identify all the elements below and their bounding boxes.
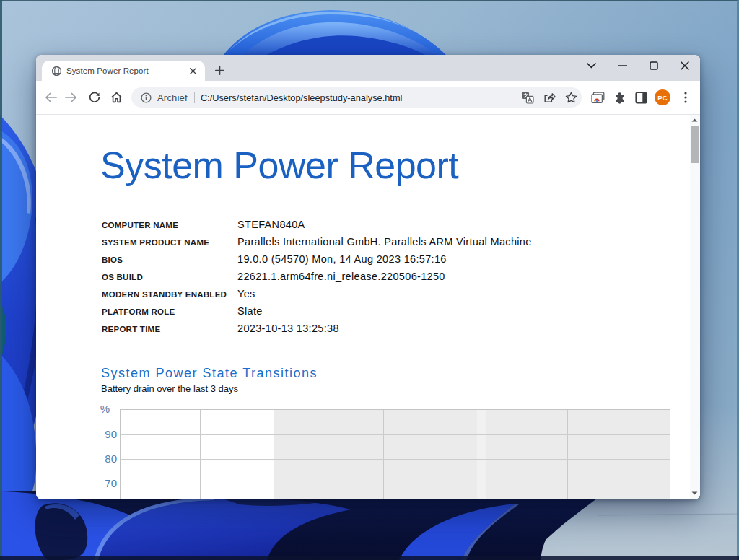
y-tick-label: 90	[81, 429, 117, 439]
chart-light-band	[477, 410, 486, 500]
chart-plot-area	[120, 409, 670, 500]
tab-close-button[interactable]	[187, 65, 198, 76]
browser-tab-strip: System Power Report	[36, 55, 700, 81]
chart-vertical-gridline	[200, 410, 201, 500]
y-tick-label: 80	[81, 453, 117, 464]
share-button[interactable]	[543, 92, 556, 104]
home-icon	[110, 92, 123, 103]
browser-toolbar: Archief C:/Users/stefan/Desktop/sleepstu…	[36, 81, 700, 115]
cards-icon	[591, 92, 605, 104]
scrollbar-up-button[interactable]	[690, 115, 700, 126]
side-panel-button[interactable]	[630, 87, 652, 108]
bookmark-button[interactable]	[565, 92, 577, 104]
chart-shaded-band	[274, 410, 670, 500]
y-axis-unit-label: %	[74, 403, 110, 414]
reload-icon	[89, 92, 100, 103]
window-close-icon	[681, 61, 689, 70]
tab-title: System Power Report	[66, 66, 149, 75]
chart-horizontal-gridline	[121, 434, 670, 435]
address-bar[interactable]: Archief C:/Users/stefan/Desktop/sleepstu…	[131, 87, 582, 108]
new-tab-button[interactable]	[210, 61, 229, 79]
minimize-icon	[618, 65, 627, 66]
home-button[interactable]	[106, 87, 126, 108]
translate-button[interactable]	[522, 92, 534, 104]
page-scrollbar[interactable]	[690, 115, 701, 499]
extensions-button[interactable]	[608, 87, 630, 108]
plus-icon	[215, 66, 224, 75]
browser-window: System Power Report	[36, 55, 700, 499]
maximize-button[interactable]	[638, 55, 669, 76]
screen: System Power Report	[0, 0, 739, 560]
window-close-button[interactable]	[669, 55, 700, 76]
share-icon	[543, 92, 556, 103]
scrollbar-down-button[interactable]	[690, 488, 700, 499]
back-button[interactable]	[40, 87, 61, 108]
chevron-down-icon	[587, 63, 596, 69]
maximize-icon	[650, 61, 658, 70]
minimize-button[interactable]	[607, 55, 638, 76]
chart-vertical-gridline	[504, 410, 504, 500]
chart-vertical-gridline	[383, 410, 384, 500]
reload-button[interactable]	[84, 87, 105, 108]
page-content: System Power Report COMPUTER NAME STEFAN…	[36, 115, 700, 499]
y-tick-label: 70	[81, 478, 117, 489]
browser-menu-button[interactable]	[677, 87, 694, 108]
scroll-down-icon	[691, 491, 698, 495]
puzzle-icon	[613, 92, 626, 104]
window-controls	[576, 55, 700, 76]
star-icon	[565, 92, 577, 103]
file-scheme-chip: Archief	[157, 92, 188, 103]
chart-horizontal-gridline	[121, 459, 670, 460]
media-cards-button[interactable]	[587, 87, 608, 108]
browser-tab[interactable]: System Power Report	[42, 61, 205, 81]
tab-search-button[interactable]	[576, 55, 607, 76]
address-url[interactable]: C:/Users/stefan/Desktop/sleepstudy-analy…	[201, 92, 403, 103]
chart-horizontal-gridline	[121, 484, 670, 484]
forward-arrow-icon	[65, 92, 77, 102]
close-icon	[190, 68, 196, 74]
forward-button[interactable]	[61, 87, 81, 108]
translate-icon	[522, 92, 534, 104]
chart-vertical-gridline	[567, 410, 568, 500]
battery-drain-chart: % 90 80 70	[36, 115, 700, 499]
kebab-menu-icon	[684, 92, 687, 103]
side-panel-icon	[635, 92, 647, 104]
profile-avatar[interactable]: PC	[655, 89, 670, 105]
address-separator	[194, 92, 195, 103]
scroll-up-icon	[691, 118, 698, 122]
address-bar-actions	[522, 87, 577, 108]
toolbar-actions: PC	[587, 81, 700, 114]
info-icon[interactable]	[141, 92, 152, 103]
back-arrow-icon	[45, 92, 57, 102]
scrollbar-thumb[interactable]	[691, 126, 699, 163]
globe-icon	[51, 66, 62, 76]
